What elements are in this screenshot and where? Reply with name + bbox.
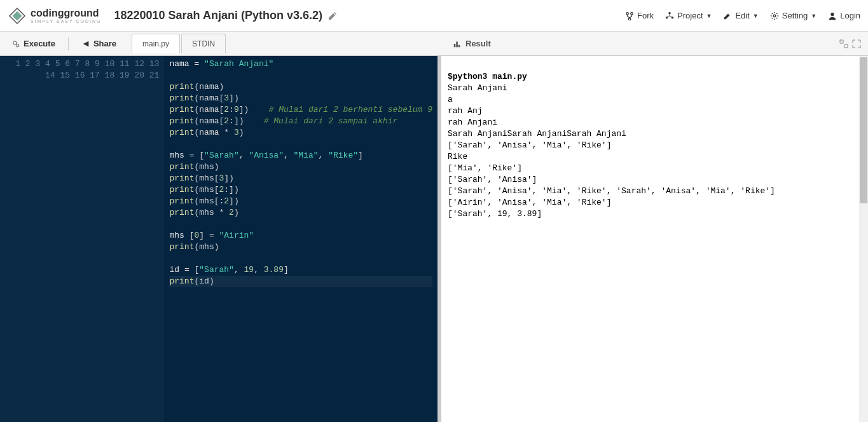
- caret-down-icon: ▼: [706, 13, 712, 19]
- console-text: Sarah Anjani a rah Anj rah Anjani Sarah …: [448, 83, 775, 219]
- toolbar-left: Execute Share main.py STDIN: [0, 34, 232, 53]
- caret-down-icon: ▼: [753, 13, 759, 19]
- scrollbar-thumb[interactable]: [860, 57, 867, 203]
- edit-icon: [723, 11, 732, 20]
- svg-rect-10: [456, 41, 458, 47]
- svg-point-2: [668, 11, 671, 14]
- tab-main[interactable]: main.py: [132, 34, 180, 53]
- console-output[interactable]: $python3 main.py Sarah Anjani a rah Anj …: [441, 56, 868, 422]
- expand-icon[interactable]: [851, 39, 862, 49]
- gear-icon: [770, 11, 779, 20]
- tab-stdin[interactable]: STDIN: [181, 34, 226, 53]
- divider: [68, 37, 69, 50]
- toolbar: Execute Share main.py STDIN Result: [0, 32, 868, 56]
- svg-marker-1: [13, 11, 22, 20]
- code-content[interactable]: nama = "Sarah Anjani" print(nama) print(…: [164, 56, 437, 422]
- page-title: 18220010 Sarah Anjani (Python v3.6.2): [114, 9, 625, 22]
- project-icon: [665, 11, 674, 20]
- logo-icon: [8, 6, 27, 25]
- execute-button[interactable]: Execute: [5, 36, 62, 51]
- share-button[interactable]: Share: [75, 36, 123, 51]
- main-area: 1 2 3 4 5 6 7 8 9 10 11 12 13 14 15 16 1…: [0, 56, 868, 422]
- gears-icon: [11, 39, 20, 48]
- edit-title-icon[interactable]: [327, 11, 338, 21]
- bars-icon: [453, 39, 462, 48]
- logo-subtext: SIMPLY EASY CODING: [31, 19, 101, 24]
- edit-menu[interactable]: Edit ▼: [723, 11, 758, 20]
- console-command: $python3 main.py: [448, 72, 527, 81]
- login-button[interactable]: Login: [828, 11, 860, 20]
- logo-text: codingground: [31, 8, 99, 18]
- svg-point-7: [13, 41, 17, 44]
- fork-icon: [625, 11, 634, 20]
- share-icon: [81, 39, 90, 48]
- svg-rect-9: [454, 44, 456, 47]
- logo-text-block: codingground SIMPLY EASY CODING: [31, 8, 101, 24]
- result-header: Result: [445, 39, 499, 48]
- svg-point-8: [16, 44, 18, 46]
- logo[interactable]: codingground SIMPLY EASY CODING: [8, 6, 101, 25]
- svg-rect-11: [458, 44, 460, 47]
- top-bar: codingground SIMPLY EASY CODING 18220010…: [0, 0, 868, 32]
- top-menu: Fork Project ▼ Edit ▼ Setting ▼ Login: [625, 11, 860, 20]
- title-text: 18220010 Sarah Anjani (Python v3.6.2): [114, 9, 322, 22]
- line-gutter: 1 2 3 4 5 6 7 8 9 10 11 12 13 14 15 16 1…: [0, 56, 164, 422]
- caret-down-icon: ▼: [811, 13, 816, 19]
- setting-menu[interactable]: Setting ▼: [770, 11, 816, 20]
- collapse-icon[interactable]: [839, 39, 849, 49]
- user-icon: [828, 11, 837, 20]
- svg-point-6: [831, 12, 834, 15]
- code-editor[interactable]: 1 2 3 4 5 6 7 8 9 10 11 12 13 14 15 16 1…: [0, 56, 437, 422]
- editor-tabs: main.py STDIN: [132, 34, 227, 53]
- fork-button[interactable]: Fork: [625, 11, 654, 20]
- layout-icons: [839, 39, 868, 49]
- svg-point-5: [773, 15, 776, 17]
- project-menu[interactable]: Project ▼: [665, 11, 712, 20]
- scrollbar[interactable]: [859, 56, 868, 422]
